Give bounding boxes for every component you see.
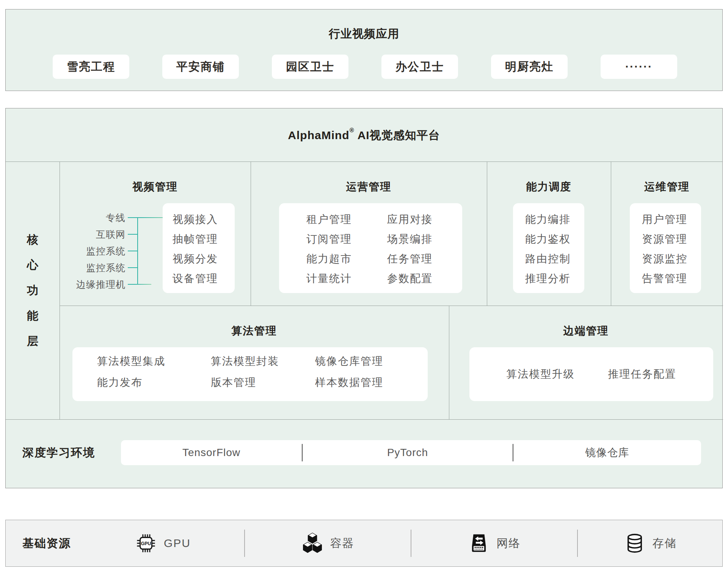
industry-apps-chips: 雪亮工程 平安商铺 园区卫士 办公卫士 明厨亮灶 ······ bbox=[6, 55, 722, 79]
bracket-line bbox=[128, 267, 138, 268]
algo-item: 能力发布 bbox=[97, 372, 165, 393]
algo-item: 样本数据管理 bbox=[315, 372, 383, 393]
edge-item: 算法模型升级 bbox=[507, 367, 575, 381]
video-source: 互联网 bbox=[44, 226, 126, 243]
video-source: 专线 bbox=[44, 209, 126, 226]
resource-label: 容器 bbox=[330, 536, 355, 551]
om-mgmt-title: 运维管理 bbox=[611, 180, 723, 194]
video-source: 监控系统 bbox=[44, 243, 126, 259]
ops-item: 场景编排 bbox=[387, 229, 433, 249]
video-source: 监控系统 bbox=[44, 259, 126, 276]
app-chip: 办公卫士 bbox=[381, 55, 458, 79]
ops-mgmt-box: 租户管理 订阅管理 能力超市 计量统计 应用对接 场景编排 任务管理 参数配置 bbox=[279, 203, 462, 293]
divider bbox=[60, 306, 723, 306]
om-item: 用户管理 bbox=[642, 210, 701, 229]
platform-section: AlphaMind® AI视觉感知平台 核 心 功 能 层 视频管理 运营管理 … bbox=[5, 108, 723, 488]
capability-sched-title: 能力调度 bbox=[487, 180, 611, 194]
resource-network: 网络 bbox=[411, 520, 577, 566]
platform-title: AlphaMind® AI视觉感知平台 bbox=[288, 127, 440, 143]
dl-env-label: 深度学习环境 bbox=[22, 440, 95, 465]
ops-item: 任务管理 bbox=[387, 249, 433, 269]
dl-framework: 镜像仓库 bbox=[513, 440, 701, 465]
resource-container: 容器 bbox=[245, 520, 411, 566]
app-chip: 明厨亮灶 bbox=[491, 55, 568, 79]
registered-mark: ® bbox=[350, 127, 355, 133]
basic-resources-section: 基础资源 GPU GPU bbox=[5, 520, 723, 567]
algo-item: 算法模型集成 bbox=[97, 351, 165, 372]
app-chip: 雪亮工程 bbox=[53, 55, 129, 79]
video-item: 设备管理 bbox=[173, 269, 235, 288]
ops-item: 应用对接 bbox=[387, 210, 433, 229]
sched-item: 路由控制 bbox=[525, 249, 584, 269]
edge-mgmt-box: 算法模型升级 推理任务配置 bbox=[469, 347, 713, 401]
om-item: 资源管理 bbox=[642, 229, 701, 249]
resource-storage: 存储 bbox=[578, 520, 722, 566]
divider bbox=[6, 419, 723, 420]
algo-item: 版本管理 bbox=[211, 372, 279, 393]
container-icon bbox=[301, 532, 323, 554]
industry-apps-section: 行业视频应用 雪亮工程 平安商铺 园区卫士 办公卫士 明厨亮灶 ······ bbox=[5, 9, 723, 91]
gpu-chip-icon: GPU bbox=[135, 532, 157, 554]
algo-mgmt-title: 算法管理 bbox=[60, 324, 449, 338]
video-mgmt-title: 视频管理 bbox=[60, 180, 251, 194]
divider bbox=[449, 306, 449, 419]
dl-framework: PyTorch bbox=[303, 440, 513, 465]
video-mgmt-box: 视频接入 抽帧管理 视频分发 设备管理 bbox=[163, 203, 235, 293]
dl-framework: TensorFlow bbox=[121, 440, 302, 465]
sched-item: 能力编排 bbox=[525, 210, 584, 229]
video-item: 抽帧管理 bbox=[173, 229, 235, 249]
algo-item: 算法模型封装 bbox=[211, 351, 279, 372]
edge-mgmt-title: 边端管理 bbox=[449, 324, 723, 338]
dl-env-bar: TensorFlow PyTorch 镜像仓库 bbox=[121, 440, 701, 465]
sched-item: 能力鉴权 bbox=[525, 229, 584, 249]
algo-item: 镜像仓库管理 bbox=[315, 351, 383, 372]
bracket-line bbox=[128, 234, 138, 235]
storage-icon bbox=[624, 532, 646, 554]
resource-label: 存储 bbox=[653, 536, 677, 551]
bracket-line bbox=[128, 251, 138, 251]
architecture-diagram: 行业视频应用 雪亮工程 平安商铺 园区卫士 办公卫士 明厨亮灶 ······ A… bbox=[0, 0, 728, 577]
video-sources: 专线 互联网 监控系统 监控系统 边缘推理机 bbox=[44, 209, 126, 293]
edge-item: 推理任务配置 bbox=[608, 367, 676, 381]
om-item: 资源监控 bbox=[642, 249, 701, 269]
ops-item: 能力超市 bbox=[306, 249, 352, 269]
ops-item: 计量统计 bbox=[306, 269, 352, 288]
resource-gpu: GPU GPU bbox=[82, 520, 244, 566]
basic-resources-label: 基础资源 bbox=[6, 536, 82, 551]
resource-label: GPU bbox=[164, 537, 191, 550]
app-chip: 平安商铺 bbox=[162, 55, 239, 79]
sched-item: 推理分析 bbox=[525, 269, 584, 288]
network-icon bbox=[468, 532, 490, 554]
om-item: 告警管理 bbox=[642, 269, 701, 288]
video-item: 视频分发 bbox=[173, 249, 235, 269]
video-source: 边缘推理机 bbox=[44, 276, 126, 293]
om-mgmt-box: 用户管理 资源管理 资源监控 告警管理 bbox=[630, 203, 701, 293]
app-chip: 园区卫士 bbox=[272, 55, 348, 79]
ops-item: 订阅管理 bbox=[306, 229, 352, 249]
ops-item: 参数配置 bbox=[387, 269, 433, 288]
video-item: 视频接入 bbox=[173, 210, 235, 229]
algo-mgmt-box: 算法模型集成 能力发布 算法模型封装 版本管理 镜像仓库管理 样本数据管理 bbox=[72, 347, 428, 401]
app-chip-ellipsis: ······ bbox=[601, 55, 677, 79]
ops-mgmt-title: 运营管理 bbox=[251, 180, 487, 194]
ops-item: 租户管理 bbox=[306, 210, 352, 229]
bracket-line bbox=[128, 284, 151, 285]
platform-title-band: AlphaMind® AI视觉感知平台 bbox=[6, 108, 722, 162]
industry-apps-title: 行业视频应用 bbox=[6, 26, 722, 42]
gpu-icon-text: GPU bbox=[141, 541, 151, 546]
resource-label: 网络 bbox=[497, 536, 521, 551]
capability-sched-box: 能力编排 能力鉴权 路由控制 推理分析 bbox=[513, 203, 584, 293]
